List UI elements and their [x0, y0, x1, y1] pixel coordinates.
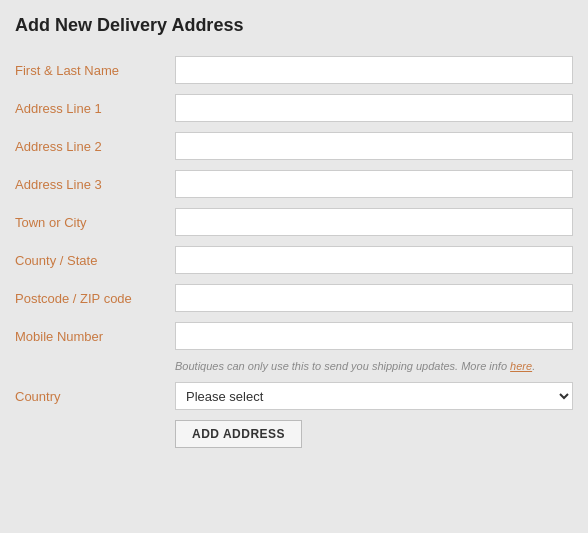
label-country: Country — [15, 389, 175, 404]
form-row-town: Town or City — [15, 208, 573, 236]
label-address-line-1: Address Line 1 — [15, 101, 175, 116]
form-row-postcode: Postcode / ZIP code — [15, 284, 573, 312]
label-town-or-city: Town or City — [15, 215, 175, 230]
input-postcode-zip[interactable] — [175, 284, 573, 312]
input-address-line-2[interactable] — [175, 132, 573, 160]
mobile-info-link[interactable]: here — [510, 360, 532, 372]
label-mobile-number: Mobile Number — [15, 329, 175, 344]
input-address-line-3[interactable] — [175, 170, 573, 198]
form-row-mobile: Mobile Number — [15, 322, 573, 350]
delivery-address-form: First & Last Name Address Line 1 Address… — [15, 56, 573, 448]
page-title: Add New Delivery Address — [15, 10, 573, 36]
label-postcode-zip: Postcode / ZIP code — [15, 291, 175, 306]
label-county-state: County / State — [15, 253, 175, 268]
form-row-name: First & Last Name — [15, 56, 573, 84]
label-first-last-name: First & Last Name — [15, 63, 175, 78]
input-first-last-name[interactable] — [175, 56, 573, 84]
form-row-county: County / State — [15, 246, 573, 274]
label-address-line-2: Address Line 2 — [15, 139, 175, 154]
add-address-button[interactable]: ADD ADDRESS — [175, 420, 302, 448]
mobile-info-text: Boutiques can only use this to send you … — [175, 360, 573, 372]
form-row-address2: Address Line 2 — [15, 132, 573, 160]
input-town-or-city[interactable] — [175, 208, 573, 236]
input-address-line-1[interactable] — [175, 94, 573, 122]
form-row-country: Country Please select United Kingdom Uni… — [15, 382, 573, 410]
form-row-address3: Address Line 3 — [15, 170, 573, 198]
label-address-line-3: Address Line 3 — [15, 177, 175, 192]
input-mobile-number[interactable] — [175, 322, 573, 350]
input-county-state[interactable] — [175, 246, 573, 274]
form-row-address1: Address Line 1 — [15, 94, 573, 122]
select-country[interactable]: Please select United Kingdom United Stat… — [175, 382, 573, 410]
